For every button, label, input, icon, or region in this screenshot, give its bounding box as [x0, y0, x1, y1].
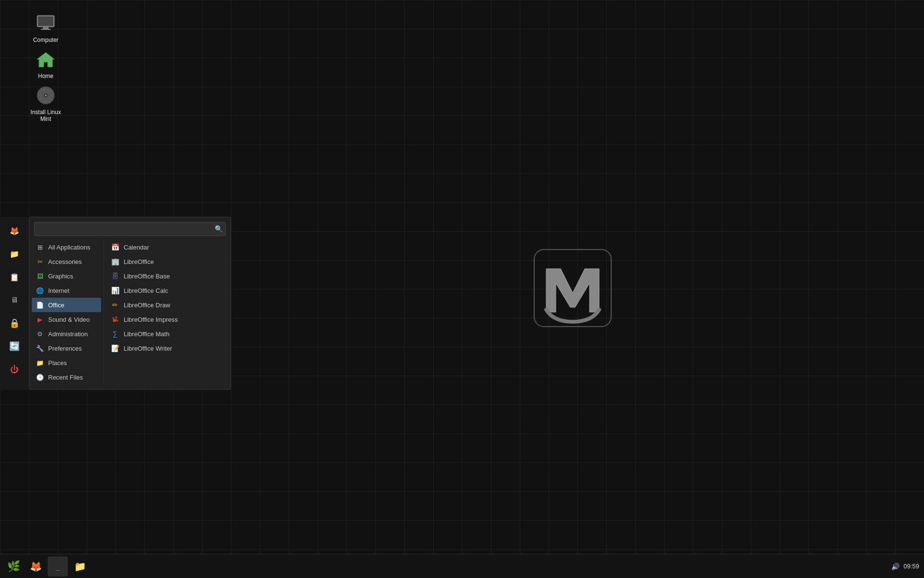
app-localc-label: LibreOffice Calc: [124, 287, 168, 294]
taskbar-terminal[interactable]: _: [48, 556, 68, 577]
administration-icon: ⚙: [36, 329, 44, 338]
internet-icon: 🌐: [36, 286, 44, 295]
app-lowriter[interactable]: 📝 LibreOffice Writer: [106, 341, 228, 355]
category-graphics-label: Graphics: [48, 273, 73, 280]
search-bar: 🔍: [29, 217, 231, 240]
taskbar-icons: 🔊: [891, 563, 899, 570]
category-internet[interactable]: 🌐 Internet: [32, 283, 101, 298]
computer-label: Computer: [33, 37, 59, 43]
svg-rect-9: [534, 250, 611, 327]
category-all-label: All Applications: [48, 244, 90, 251]
apps-panel: 📅 Calendar 🏢 LibreOffice 🗄 LibreOffice B…: [104, 240, 231, 384]
recent-icon: 🕒: [36, 373, 44, 381]
category-places-label: Places: [48, 359, 67, 367]
category-recent-label: Recent Files: [48, 374, 83, 381]
computer-icon: [34, 12, 57, 35]
svg-marker-4: [37, 53, 54, 67]
sidebar-btn-update[interactable]: 🔄: [4, 336, 25, 357]
svg-point-7: [45, 94, 47, 96]
sidebar: 🦊 📁 📋 🖥 🔒 🔄 ⏻: [0, 217, 29, 390]
app-lowriter-label: LibreOffice Writer: [124, 345, 172, 352]
category-places[interactable]: 📁 Places: [32, 355, 101, 370]
lowriter-icon: 📝: [110, 343, 120, 353]
places-icon: 📁: [36, 358, 44, 367]
sidebar-btn-1[interactable]: 🦊: [4, 220, 25, 241]
category-recent[interactable]: 🕒 Recent Files: [32, 370, 101, 384]
app-menu: 🔍 ⊞ All Applications ✂ Accessories 🖼 Gra…: [29, 217, 231, 390]
app-libreoffice[interactable]: 🏢 LibreOffice: [106, 254, 228, 269]
home-icon: [34, 48, 57, 71]
app-lomath-label: LibreOffice Math: [124, 330, 169, 338]
category-graphics[interactable]: 🖼 Graphics: [32, 269, 101, 283]
desktop-icon-computer[interactable]: Computer: [24, 10, 67, 45]
lobase-icon: 🗄: [110, 271, 120, 281]
svg-rect-3: [41, 29, 51, 30]
category-accessories[interactable]: ✂ Accessories: [32, 254, 101, 269]
sidebar-btn-lock[interactable]: 🔒: [4, 313, 25, 334]
app-lodraw[interactable]: ✏ LibreOffice Draw: [106, 298, 228, 312]
start-button[interactable]: 🌿: [3, 556, 24, 577]
category-all[interactable]: ⊞ All Applications: [32, 240, 101, 254]
taskbar: 🌿 🦊 _ 📁 🔊 09:59: [0, 554, 924, 578]
category-office-label: Office: [48, 302, 64, 309]
category-accessories-label: Accessories: [48, 258, 82, 265]
app-calendar[interactable]: 📅 Calendar: [106, 240, 228, 254]
sidebar-btn-2[interactable]: 📁: [4, 243, 25, 264]
taskbar-left: 🌿 🦊 _ 📁: [0, 556, 91, 577]
svg-rect-2: [43, 27, 49, 29]
mint-logo: [520, 235, 626, 343]
svg-rect-1: [38, 16, 53, 26]
app-calendar-label: Calendar: [124, 244, 149, 251]
loimpress-icon: 📽: [110, 315, 120, 324]
all-apps-icon: ⊞: [36, 243, 44, 251]
graphics-icon: 🖼: [36, 272, 44, 280]
category-office[interactable]: 📄 Office: [32, 298, 101, 312]
category-preferences[interactable]: 🔧 Preferences: [32, 341, 101, 355]
app-lobase-label: LibreOffice Base: [124, 273, 170, 280]
office-icon: 📄: [36, 301, 44, 309]
home-label: Home: [38, 73, 53, 79]
category-internet-label: Internet: [48, 287, 69, 294]
sound-icon: ▶: [36, 315, 44, 324]
preferences-icon: 🔧: [36, 344, 44, 353]
accessories-icon: ✂: [36, 257, 44, 266]
install-icon: [34, 84, 57, 107]
category-administration[interactable]: ⚙ Administration: [32, 327, 101, 341]
sidebar-btn-3[interactable]: 📋: [4, 266, 25, 288]
app-loimpress[interactable]: 📽 LibreOffice Impress: [106, 312, 228, 327]
app-lomath[interactable]: ∑ LibreOffice Math: [106, 327, 228, 341]
lodraw-icon: ✏: [110, 300, 120, 310]
category-preferences-label: Preferences: [48, 345, 82, 352]
lomath-icon: ∑: [110, 329, 120, 339]
search-icon[interactable]: 🔍: [215, 225, 223, 233]
menu-content: ⊞ All Applications ✂ Accessories 🖼 Graph…: [29, 240, 231, 384]
app-loimpress-label: LibreOffice Impress: [124, 316, 178, 323]
search-input[interactable]: [34, 222, 226, 236]
localc-icon: 📊: [110, 286, 120, 295]
category-sound-label: Sound & Video: [48, 316, 90, 323]
sidebar-btn-4[interactable]: 🖥: [4, 289, 25, 311]
taskbar-firefox[interactable]: 🦊: [26, 556, 46, 577]
app-libreoffice-label: LibreOffice: [124, 258, 154, 265]
category-administration-label: Administration: [48, 330, 88, 338]
taskbar-right: 🔊 09:59: [891, 563, 919, 570]
desktop-icon-install[interactable]: Install Linux Mint: [24, 82, 67, 124]
category-sound[interactable]: ▶ Sound & Video: [32, 312, 101, 327]
taskbar-files[interactable]: 📁: [70, 556, 90, 577]
app-lodraw-label: LibreOffice Draw: [124, 302, 170, 309]
calendar-icon: 📅: [110, 242, 120, 252]
app-localc[interactable]: 📊 LibreOffice Calc: [106, 283, 228, 298]
categories-panel: ⊞ All Applications ✂ Accessories 🖼 Graph…: [29, 240, 104, 384]
app-lobase[interactable]: 🗄 LibreOffice Base: [106, 269, 228, 283]
taskbar-time: 09:59: [903, 563, 919, 570]
libreoffice-icon: 🏢: [110, 257, 120, 266]
sidebar-btn-power[interactable]: ⏻: [4, 359, 25, 380]
install-label: Install Linux Mint: [26, 109, 65, 122]
desktop-icon-home[interactable]: Home: [24, 46, 67, 81]
desktop: Computer Home Install Linux Mint: [0, 0, 924, 578]
